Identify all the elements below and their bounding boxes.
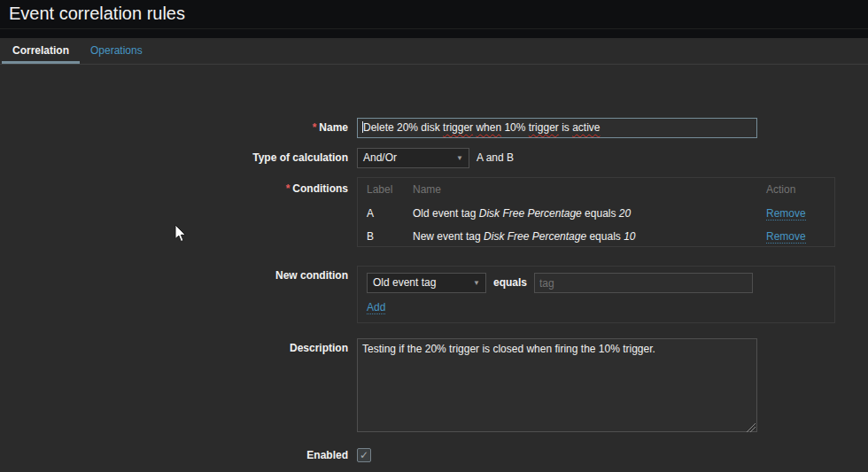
conditions-table: Label Name Action A Old event tag Disk F… xyxy=(357,177,835,247)
remove-condition-link[interactable]: Remove xyxy=(766,230,806,244)
required-asterisk: * xyxy=(286,182,291,195)
form-row-name: *Name Delete 20% disk trigger when 10% t… xyxy=(0,118,757,138)
chevron-down-icon: ▼ xyxy=(456,149,463,168)
correlation-form: *Name Delete 20% disk trigger when 10% t… xyxy=(0,65,868,472)
chevron-down-icon: ▼ xyxy=(473,274,480,293)
condition-row-b: B New event tag Disk Free Percentage equ… xyxy=(367,225,825,248)
condition-type-select[interactable]: Old event tag ▼ xyxy=(367,273,486,293)
form-row-enabled: Enabled ✓ xyxy=(0,448,371,462)
new-condition-label: New condition xyxy=(0,266,348,286)
form-row-calc-type: Type of calculation And/Or ▼ A and B xyxy=(0,148,514,168)
condition-row-a: A Old event tag Disk Free Percentage equ… xyxy=(367,202,825,225)
col-header-name: Name xyxy=(413,178,766,202)
add-condition-link[interactable]: Add xyxy=(367,301,385,314)
new-condition-box: Old event tag ▼ equals Add xyxy=(357,266,835,323)
col-header-action: Action xyxy=(766,178,825,202)
page-title: Event correlation rules xyxy=(0,0,868,29)
condition-label: B xyxy=(367,225,413,248)
tab-bar: Correlation Operations xyxy=(0,38,868,65)
operator-label: equals xyxy=(493,273,527,293)
conditions-label: *Conditions xyxy=(0,177,348,201)
calc-type-label: Type of calculation xyxy=(0,148,348,168)
condition-name: New event tag Disk Free Percentage equal… xyxy=(413,225,766,248)
calc-expression: A and B xyxy=(477,148,514,168)
name-label: *Name xyxy=(0,118,348,138)
tab-operations[interactable]: Operations xyxy=(80,38,153,64)
form-row-new-condition: New condition Old event tag ▼ equals Add xyxy=(0,266,835,323)
description-textarea[interactable]: Testing if the 20% trigger is closed whe… xyxy=(357,338,757,432)
calc-type-select[interactable]: And/Or ▼ xyxy=(357,148,469,168)
condition-name: Old event tag Disk Free Percentage equal… xyxy=(413,202,766,225)
conditions-header-row: Label Name Action xyxy=(367,178,825,202)
description-label: Description xyxy=(0,338,348,358)
condition-type-selected-value: Old event tag xyxy=(373,276,436,289)
enabled-label: Enabled xyxy=(0,448,348,462)
calc-type-selected-value: And/Or xyxy=(363,151,397,164)
col-header-label: Label xyxy=(367,178,413,202)
check-icon: ✓ xyxy=(360,449,368,461)
enabled-checkbox[interactable]: ✓ xyxy=(357,448,371,462)
remove-condition-link[interactable]: Remove xyxy=(766,207,806,221)
name-input[interactable]: Delete 20% disk trigger when 10% trigger… xyxy=(357,118,757,138)
tag-input[interactable] xyxy=(534,273,753,293)
form-row-description: Description Testing if the 20% trigger i… xyxy=(0,338,757,435)
content-card: Correlation Operations *Name Delete 20% … xyxy=(0,38,868,472)
form-row-conditions: *Conditions Label Name Action A Old even… xyxy=(0,177,835,247)
condition-label: A xyxy=(367,202,413,225)
tab-correlation[interactable]: Correlation xyxy=(2,38,80,64)
required-asterisk: * xyxy=(313,121,317,134)
